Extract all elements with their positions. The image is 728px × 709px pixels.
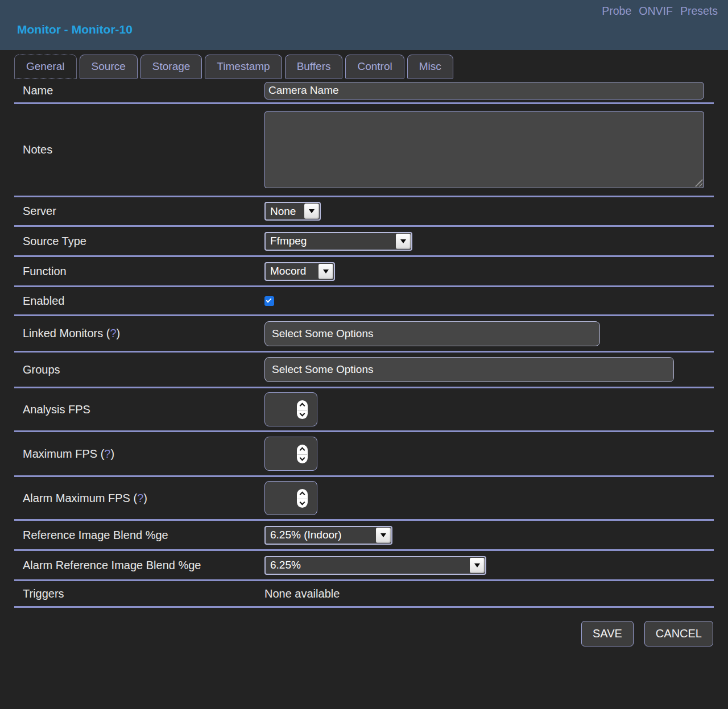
function-select[interactable]: Mocord <box>264 262 335 281</box>
header-links: Probe ONVIF Presets <box>602 5 718 18</box>
enabled-label: Enabled <box>14 295 264 308</box>
triggers-label: Triggers <box>14 587 264 600</box>
linked-monitors-placeholder: Select Some Options <box>272 327 373 340</box>
analysis-fps-label: Analysis FPS <box>14 403 264 416</box>
form-actions: SAVE CANCEL <box>14 621 713 646</box>
source-type-label: Source Type <box>14 235 264 248</box>
page-title: Monitor - Monitor-10 <box>17 23 133 36</box>
function-label: Function <box>14 265 264 278</box>
name-label: Name <box>14 84 264 97</box>
spin-up-icon[interactable] <box>300 447 305 453</box>
alarm-ref-blend-select[interactable]: 6.25% <box>264 556 486 575</box>
monitor-form: Name Notes Server None Source Type Ffmpe… <box>14 78 714 608</box>
server-select[interactable]: None <box>264 202 321 221</box>
groups-label: Groups <box>14 363 264 376</box>
form-row-server: Server None <box>14 197 714 227</box>
checkmark-icon <box>266 297 272 302</box>
analysis-fps-input[interactable] <box>264 392 317 426</box>
spin-down-icon[interactable] <box>300 455 305 461</box>
ref-blend-label: Reference Image Blend %ge <box>14 529 264 542</box>
form-row-enabled: Enabled <box>14 287 714 316</box>
alarm-maximum-fps-input[interactable] <box>264 481 317 515</box>
server-label: Server <box>14 205 264 218</box>
resize-handle-icon[interactable] <box>694 178 702 186</box>
presets-link[interactable]: Presets <box>680 5 718 18</box>
tab-source[interactable]: Source <box>80 55 138 78</box>
page-header: Probe ONVIF Presets Monitor - Monitor-10 <box>0 0 728 50</box>
form-row-triggers: Triggers None available <box>14 581 714 608</box>
help-link[interactable]: ? <box>104 447 110 460</box>
form-row-function: Function Mocord <box>14 257 714 287</box>
name-input[interactable] <box>264 82 704 99</box>
triggers-value: None available <box>264 587 340 600</box>
alarm-maximum-fps-label: Alarm Maximum FPS (?) <box>14 492 264 505</box>
form-row-alarm-ref-blend: Alarm Reference Image Blend %ge 6.25% <box>14 551 714 581</box>
form-row-analysis-fps: Analysis FPS <box>14 388 714 432</box>
linked-monitors-multiselect[interactable]: Select Some Options <box>264 321 600 346</box>
help-link[interactable]: ? <box>110 327 116 339</box>
form-row-ref-blend: Reference Image Blend %ge 6.25% (Indoor) <box>14 521 714 551</box>
function-select-value: Mocord <box>266 263 318 280</box>
save-button[interactable]: SAVE <box>581 621 634 646</box>
notes-textarea[interactable] <box>264 111 704 188</box>
source-type-select[interactable]: Ffmpeg <box>264 232 412 251</box>
tab-bar: General Source Storage Timestamp Buffers… <box>14 55 728 78</box>
form-row-name: Name <box>14 78 714 104</box>
chevron-down-icon <box>376 528 391 543</box>
probe-link[interactable]: Probe <box>602 5 631 18</box>
maximum-fps-label: Maximum FPS (?) <box>14 447 264 461</box>
form-row-source-type: Source Type Ffmpeg <box>14 227 714 257</box>
form-row-alarm-maximum-fps: Alarm Maximum FPS (?) <box>14 477 714 521</box>
groups-multiselect[interactable]: Select Some Options <box>264 357 674 382</box>
tab-control[interactable]: Control <box>345 55 404 78</box>
form-row-linked-monitors: Linked Monitors (?) Select Some Options <box>14 316 714 353</box>
notes-label: Notes <box>14 143 264 156</box>
form-row-notes: Notes <box>14 104 714 197</box>
alarm-ref-blend-label: Alarm Reference Image Blend %ge <box>14 559 264 572</box>
tab-buffers[interactable]: Buffers <box>285 55 343 78</box>
chevron-down-icon <box>396 234 411 249</box>
tab-misc[interactable]: Misc <box>407 55 453 78</box>
spin-down-icon[interactable] <box>300 411 305 416</box>
spin-up-icon[interactable] <box>300 491 305 497</box>
tab-storage[interactable]: Storage <box>140 55 202 78</box>
enabled-checkbox[interactable] <box>264 296 274 306</box>
spinner-control[interactable] <box>297 400 308 419</box>
onvif-link[interactable]: ONVIF <box>639 5 673 18</box>
maximum-fps-input[interactable] <box>264 437 317 471</box>
help-link[interactable]: ? <box>137 492 143 504</box>
ref-blend-select[interactable]: 6.25% (Indoor) <box>264 526 392 545</box>
ref-blend-select-value: 6.25% (Indoor) <box>266 527 375 544</box>
form-row-maximum-fps: Maximum FPS (?) <box>14 432 714 477</box>
spin-down-icon[interactable] <box>300 499 305 505</box>
spinner-control[interactable] <box>297 489 308 508</box>
form-row-groups: Groups Select Some Options <box>14 353 714 388</box>
source-type-select-value: Ffmpeg <box>266 233 395 250</box>
spin-up-icon[interactable] <box>300 403 305 408</box>
linked-monitors-label: Linked Monitors (?) <box>14 327 264 340</box>
chevron-down-icon <box>470 558 485 573</box>
groups-placeholder: Select Some Options <box>272 363 373 376</box>
chevron-down-icon <box>304 204 319 219</box>
tab-timestamp[interactable]: Timestamp <box>205 55 282 78</box>
chevron-down-icon <box>318 264 333 279</box>
alarm-ref-blend-select-value: 6.25% <box>266 557 469 574</box>
cancel-button[interactable]: CANCEL <box>644 621 713 646</box>
tab-general[interactable]: General <box>14 55 77 78</box>
spinner-control[interactable] <box>297 445 308 463</box>
server-select-value: None <box>266 203 304 219</box>
